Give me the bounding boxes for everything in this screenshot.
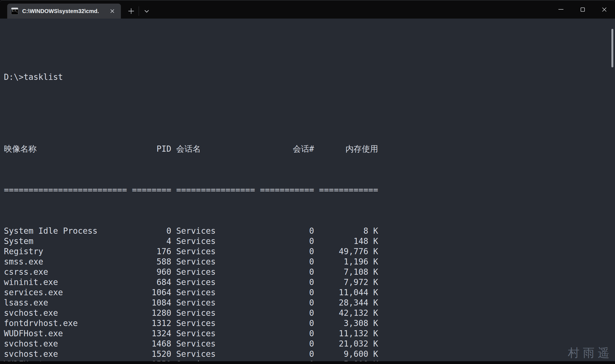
cmd-icon: C:\_ bbox=[11, 7, 18, 15]
process-row: fontdrvhost.exe 1312 Services 0 3,308 K bbox=[4, 318, 615, 329]
cell-image-name: svchost.exe bbox=[4, 339, 127, 349]
separator: ============ bbox=[319, 185, 378, 195]
cell-session-name: Services bbox=[176, 246, 255, 257]
cell-session-name: Services bbox=[176, 287, 255, 298]
process-row: smss.exe 588 Services 0 1,196 K bbox=[4, 257, 615, 267]
cell-pid: 0 bbox=[132, 226, 171, 236]
header-image-name: 映像名称 bbox=[4, 144, 127, 154]
cell-session-number: 0 bbox=[260, 329, 314, 339]
tab-title: C:\WINDOWS\system32\cmd. bbox=[22, 8, 104, 14]
cell-mem-usage: 9,600 K bbox=[319, 349, 378, 359]
process-row: svchost.exe 1520 Services 0 9,600 K bbox=[4, 349, 615, 359]
cell-mem-usage: 11,132 K bbox=[319, 329, 378, 339]
process-row: svchost.exe 1280 Services 0 42,132 K bbox=[4, 308, 615, 318]
cell-image-name: System bbox=[4, 236, 127, 246]
tab-dropdown-button[interactable] bbox=[140, 4, 153, 18]
cell-pid: 1280 bbox=[132, 308, 171, 318]
separator: ========================= bbox=[4, 185, 127, 195]
cell-session-number: 0 bbox=[260, 246, 314, 257]
cell-session-number: 0 bbox=[260, 349, 314, 359]
header-mem-usage: 内存使用 bbox=[319, 144, 378, 154]
cell-image-name: System Idle Process bbox=[4, 226, 127, 236]
tab-close-icon[interactable] bbox=[108, 7, 116, 15]
cell-pid: 4 bbox=[132, 236, 171, 246]
table-header-row: 映像名称 PID 会话名 会话# 内存使用 bbox=[4, 144, 615, 154]
cell-image-name: smss.exe bbox=[4, 257, 127, 267]
terminal-output[interactable]: D:\>tasklist 映像名称 PID 会话名 会话# 内存使用 =====… bbox=[0, 19, 615, 361]
maximize-button[interactable] bbox=[572, 0, 593, 19]
cell-session-number: 0 bbox=[260, 257, 314, 267]
cell-session-number: 0 bbox=[260, 287, 314, 298]
prompt-line: D:\>tasklist bbox=[4, 72, 615, 82]
terminal-window: C:\_ C:\WINDOWS\system32\cmd. bbox=[0, 0, 615, 364]
separator: ======== bbox=[132, 185, 171, 195]
cell-pid: 960 bbox=[132, 267, 171, 277]
cell-pid: 588 bbox=[132, 257, 171, 267]
header-pid: PID bbox=[132, 144, 171, 154]
table-separator-row: ========================= ======== =====… bbox=[4, 185, 615, 195]
cell-session-name: Services bbox=[176, 349, 255, 359]
cell-image-name: svchost.exe bbox=[4, 349, 127, 359]
close-button[interactable] bbox=[593, 0, 615, 19]
cell-image-name: svchost.exe bbox=[4, 308, 127, 318]
new-tab-button[interactable] bbox=[125, 4, 138, 18]
cell-mem-usage: 3,308 K bbox=[319, 318, 378, 329]
window-controls bbox=[550, 0, 615, 19]
cell-session-number: 0 bbox=[260, 339, 314, 349]
cell-mem-usage: 28,344 K bbox=[319, 298, 378, 308]
cell-session-number: 0 bbox=[260, 226, 314, 236]
watermark: 村雨遥 bbox=[568, 345, 613, 361]
process-row: System 4 Services 0 148 K bbox=[4, 236, 615, 246]
cell-mem-usage: 1,196 K bbox=[319, 257, 378, 267]
cell-mem-usage: 148 K bbox=[319, 236, 378, 246]
blank-line bbox=[4, 103, 615, 113]
cell-session-name: Services bbox=[176, 226, 255, 236]
cell-mem-usage: 8 K bbox=[319, 226, 378, 236]
cell-session-number: 0 bbox=[260, 318, 314, 329]
separator: ================ bbox=[176, 185, 255, 195]
cell-session-name: Services bbox=[176, 267, 255, 277]
cell-image-name: lsass.exe bbox=[4, 298, 127, 308]
process-row: System Idle Process 0 Services 0 8 K bbox=[4, 226, 615, 236]
cell-pid: 176 bbox=[132, 246, 171, 257]
cell-mem-usage: 7,108 K bbox=[319, 267, 378, 277]
cell-session-name: Services bbox=[176, 339, 255, 349]
process-row: services.exe 1064 Services 0 11,044 K bbox=[4, 287, 615, 298]
tab-cmd[interactable]: C:\_ C:\WINDOWS\system32\cmd. bbox=[7, 4, 121, 19]
process-row: csrss.exe 960 Services 0 7,108 K bbox=[4, 267, 615, 277]
process-row: Registry 176 Services 0 49,776 K bbox=[4, 246, 615, 257]
header-session-number: 会话# bbox=[260, 144, 314, 154]
blank-line bbox=[4, 41, 615, 52]
cell-mem-usage: 21,032 K bbox=[319, 339, 378, 349]
cell-image-name: fontdrvhost.exe bbox=[4, 318, 127, 329]
cell-session-name: Services bbox=[176, 329, 255, 339]
cell-session-number: 0 bbox=[260, 308, 314, 318]
cell-session-number: 0 bbox=[260, 277, 314, 287]
process-row: WUDFHost.exe 1324 Services 0 11,132 K bbox=[4, 329, 615, 339]
header-session-name: 会话名 bbox=[176, 144, 255, 154]
cell-pid: 1324 bbox=[132, 329, 171, 339]
cell-image-name: WUDFHost.exe bbox=[4, 329, 127, 339]
minimize-button[interactable] bbox=[550, 0, 572, 19]
cell-mem-usage: 49,776 K bbox=[319, 246, 378, 257]
cell-session-name: Services bbox=[176, 236, 255, 246]
scrollbar-thumb[interactable] bbox=[611, 29, 613, 67]
cell-pid: 1468 bbox=[132, 339, 171, 349]
cell-pid: 1312 bbox=[132, 318, 171, 329]
cell-session-number: 0 bbox=[260, 267, 314, 277]
cell-pid: 684 bbox=[132, 277, 171, 287]
tabbar-divider bbox=[139, 6, 139, 16]
cell-image-name: csrss.exe bbox=[4, 267, 127, 277]
cell-session-name: Services bbox=[176, 277, 255, 287]
cell-pid: 1064 bbox=[132, 287, 171, 298]
cell-mem-usage: 42,132 K bbox=[319, 308, 378, 318]
cell-session-name: Services bbox=[176, 308, 255, 318]
cell-session-name: Services bbox=[176, 257, 255, 267]
cell-session-name: Services bbox=[176, 298, 255, 308]
cell-mem-usage: 11,044 K bbox=[319, 287, 378, 298]
cell-image-name: Registry bbox=[4, 246, 127, 257]
cell-image-name: wininit.exe bbox=[4, 277, 127, 287]
window-bottom-edge bbox=[0, 361, 615, 364]
titlebar[interactable]: C:\_ C:\WINDOWS\system32\cmd. bbox=[0, 0, 615, 19]
cell-pid: 1520 bbox=[132, 349, 171, 359]
